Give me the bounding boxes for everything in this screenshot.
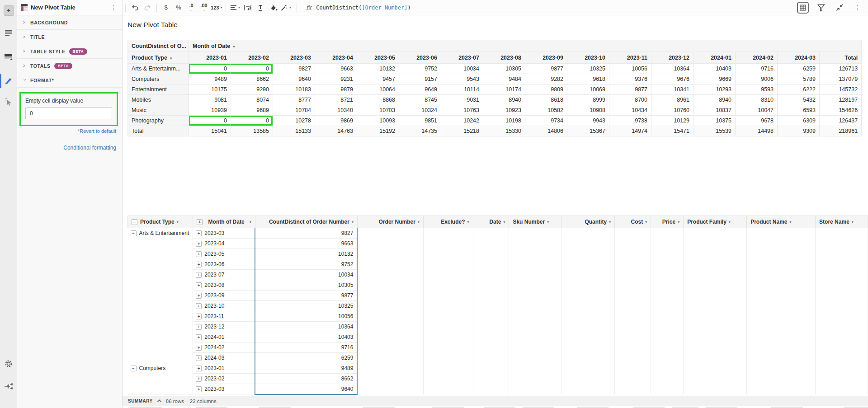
pivot-cell[interactable]: 10375 bbox=[693, 116, 736, 126]
pivot-col-header-total[interactable]: Total bbox=[820, 52, 862, 64]
chevron-down-icon[interactable] bbox=[645, 220, 647, 224]
format-brush-icon[interactable] bbox=[0, 72, 17, 89]
pivot-cell[interactable]: 10305 bbox=[483, 64, 525, 74]
pivot-cell[interactable]: 6593 bbox=[778, 105, 820, 116]
empty-cell[interactable] bbox=[509, 322, 561, 332]
pivot-cell[interactable]: 9031 bbox=[441, 95, 483, 105]
empty-cell[interactable] bbox=[651, 280, 684, 291]
element-panel-icon[interactable] bbox=[0, 49, 17, 66]
countdistinct-value-cell[interactable]: 10305 bbox=[255, 280, 357, 291]
pivot-cell[interactable]: 8745 bbox=[399, 95, 441, 105]
column-header-cost[interactable]: Cost bbox=[615, 216, 651, 228]
empty-cell[interactable] bbox=[747, 259, 816, 270]
empty-cell[interactable] bbox=[509, 301, 561, 311]
pivot-cell[interactable]: 10908 bbox=[567, 105, 609, 116]
sidebar-section-title[interactable]: TITLE bbox=[17, 30, 122, 44]
empty-cell[interactable] bbox=[684, 363, 747, 374]
more-options-kebab-icon[interactable] bbox=[852, 4, 863, 11]
ai-cursor-icon[interactable] bbox=[0, 93, 17, 110]
empty-cell[interactable] bbox=[651, 249, 684, 259]
empty-cell[interactable] bbox=[651, 311, 684, 322]
pivot-row-dimension-header[interactable]: Product Type bbox=[128, 52, 189, 64]
pivot-cell[interactable]: 8868 bbox=[357, 95, 399, 105]
pivot-cell[interactable]: 10093 bbox=[357, 116, 399, 126]
pivot-cell[interactable]: 5789 bbox=[778, 74, 820, 84]
empty-cell[interactable] bbox=[509, 228, 561, 239]
empty-cell[interactable] bbox=[816, 342, 868, 353]
empty-cell[interactable] bbox=[684, 291, 747, 301]
increase-decimal-button[interactable]: .00→ bbox=[198, 2, 210, 14]
chevron-down-icon[interactable] bbox=[852, 220, 854, 224]
expand-plus-icon[interactable]: + bbox=[196, 241, 202, 247]
pivot-cell[interactable]: 10198 bbox=[483, 116, 525, 126]
countdistinct-value-cell[interactable]: 10132 bbox=[255, 249, 357, 259]
pivot-cell[interactable]: 9689 bbox=[231, 105, 273, 116]
empty-cell[interactable] bbox=[747, 342, 816, 353]
empty-cell[interactable] bbox=[561, 291, 614, 301]
chevron-down-icon[interactable] bbox=[503, 220, 505, 224]
revert-to-default-link[interactable]: *Revert to default bbox=[17, 128, 116, 134]
pivot-cell[interactable]: 9877 bbox=[525, 64, 567, 74]
empty-cell[interactable] bbox=[509, 311, 561, 322]
empty-cell-value-input[interactable] bbox=[25, 107, 112, 119]
pivot-row-label[interactable]: Total bbox=[128, 126, 189, 136]
month-cell[interactable]: +2023-12 bbox=[193, 322, 255, 332]
pivot-cell[interactable]: 9282 bbox=[525, 74, 567, 84]
pivot-cell[interactable]: 14763 bbox=[315, 126, 357, 136]
empty-cell[interactable] bbox=[423, 353, 473, 363]
empty-cell[interactable] bbox=[651, 270, 684, 280]
pivot-cell[interactable]: 9716 bbox=[736, 64, 778, 74]
column-header-sku-number[interactable]: Sku Number bbox=[509, 216, 561, 228]
empty-cell[interactable] bbox=[357, 228, 423, 239]
pivot-row-label[interactable]: Music bbox=[128, 105, 189, 116]
column-header-countdistinct-of-order-number[interactable]: CountDistinct of Order Number bbox=[255, 216, 357, 228]
empty-cell[interactable] bbox=[651, 228, 684, 239]
empty-cell[interactable] bbox=[473, 301, 509, 311]
pivot-element-title[interactable]: New Pivot Table bbox=[127, 21, 178, 29]
group-cell-arts-entertainment[interactable]: −Arts & Entertainment bbox=[128, 228, 193, 363]
countdistinct-value-cell[interactable]: 10034 bbox=[255, 270, 357, 280]
pivot-cell[interactable]: 9290 bbox=[231, 84, 273, 95]
empty-cell[interactable] bbox=[509, 291, 561, 301]
empty-cell[interactable] bbox=[615, 363, 651, 374]
pivot-cell[interactable]: 9543 bbox=[441, 74, 483, 84]
month-cell[interactable]: +2024-01 bbox=[193, 332, 255, 342]
empty-cell[interactable] bbox=[423, 291, 473, 301]
empty-cell[interactable] bbox=[651, 291, 684, 301]
empty-cell[interactable] bbox=[615, 291, 651, 301]
pivot-cell[interactable]: 10760 bbox=[651, 105, 693, 116]
empty-cell[interactable] bbox=[473, 270, 509, 280]
pivot-col-header-2023-05[interactable]: 2023-05 bbox=[357, 52, 399, 64]
month-cell[interactable]: +2023-10 bbox=[193, 301, 255, 311]
empty-cell[interactable] bbox=[561, 322, 614, 332]
pivot-cell[interactable]: 10324 bbox=[399, 105, 441, 116]
empty-cell[interactable] bbox=[615, 228, 651, 239]
empty-cell[interactable] bbox=[357, 342, 423, 353]
empty-cell[interactable] bbox=[747, 249, 816, 259]
month-cell[interactable]: +2023-07 bbox=[193, 270, 255, 280]
empty-cell[interactable] bbox=[509, 259, 561, 270]
empty-cell[interactable] bbox=[651, 353, 684, 363]
magic-wand-dropdown[interactable] bbox=[280, 2, 292, 14]
number-format-dropdown[interactable]: 123 bbox=[211, 2, 222, 14]
empty-cell[interactable] bbox=[615, 301, 651, 311]
empty-cell[interactable] bbox=[615, 270, 651, 280]
pivot-cell[interactable]: 0 bbox=[231, 64, 273, 74]
collapse-minus-icon[interactable]: − bbox=[132, 219, 137, 225]
empty-cell[interactable] bbox=[423, 301, 473, 311]
empty-cell[interactable] bbox=[684, 249, 747, 259]
pivot-cell[interactable]: 9309 bbox=[778, 126, 820, 136]
decrease-decimal-button[interactable]: .0← bbox=[185, 2, 197, 14]
month-cell[interactable]: +2023-04 bbox=[193, 239, 255, 249]
doc-menu-kebab-icon[interactable] bbox=[108, 4, 119, 11]
empty-cell[interactable] bbox=[509, 280, 561, 291]
empty-cell[interactable] bbox=[357, 311, 423, 322]
empty-cell[interactable] bbox=[747, 332, 816, 342]
empty-cell[interactable] bbox=[747, 291, 816, 301]
empty-cell[interactable] bbox=[357, 353, 423, 363]
undo-button[interactable] bbox=[129, 2, 141, 14]
empty-cell[interactable] bbox=[747, 353, 816, 363]
column-header-date[interactable]: Date bbox=[473, 216, 509, 228]
empty-cell[interactable] bbox=[684, 259, 747, 270]
expand-plus-icon[interactable]: + bbox=[196, 272, 202, 278]
